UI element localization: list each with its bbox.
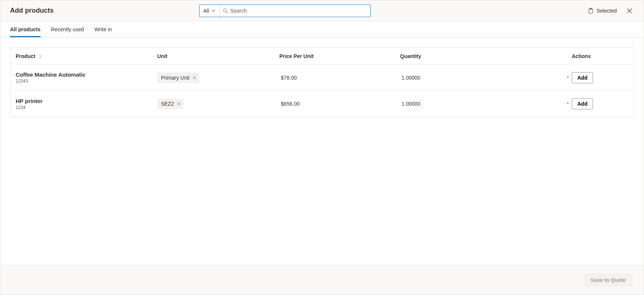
product-grid: Product ↑ Unit Price Per Unit Quantity A… [10,47,634,117]
unit-cell: Primary Unit [157,73,279,83]
unit-label: SEZ2 [161,101,174,107]
search-input[interactable] [230,5,367,17]
close-button[interactable] [625,6,634,15]
product-name: HP printer [16,98,157,104]
selected-button[interactable]: Selected [588,8,617,14]
search-icon [223,8,228,13]
svg-point-0 [223,9,227,12]
quantity-value: 1.00000 [400,101,421,107]
quantity-cell[interactable]: 1.00000 * [400,101,572,107]
dialog-footer: Save to Quote [0,265,644,295]
tab-label: Write in [94,26,112,32]
price-value: $656.00 [279,101,300,107]
column-header-product[interactable]: Product ↑ [16,53,157,59]
unit-label: Primary Unit [161,75,190,81]
clipboard-icon [588,8,594,14]
column-label: Price Per Unit [279,53,314,59]
required-indicator: * [567,75,569,80]
save-to-quote-button[interactable]: Save to Quote [584,273,632,287]
column-label: Product [16,53,35,59]
product-row: Coffee Machine Automatic 12343 Primary U… [10,65,634,91]
tab-all-products[interactable]: All products [10,21,41,37]
tab-bar: All products Recently used Write in [0,21,644,38]
selected-label: Selected [597,8,617,14]
add-button[interactable]: Add [572,72,593,83]
column-header-quantity[interactable]: Quantity [400,53,572,59]
unit-chip[interactable]: Primary Unit [157,73,199,83]
column-label: Quantity [400,53,421,59]
chevron-down-icon [211,9,216,13]
actions-cell: Add [572,72,628,83]
column-label: Actions [572,53,591,59]
search-filter-dropdown[interactable]: All [200,5,220,17]
actions-cell: Add [572,98,628,109]
search-box [220,5,370,17]
grid-header-row: Product ↑ Unit Price Per Unit Quantity A… [10,48,634,65]
tab-label: All products [10,26,41,32]
required-indicator: * [567,101,569,107]
column-header-actions: Actions [572,53,628,59]
sort-asc-icon: ↑ [39,54,41,59]
product-name: Coffee Machine Automatic [16,71,157,78]
product-cell[interactable]: Coffee Machine Automatic 12343 [16,71,157,84]
price-value: $78.00 [279,75,297,81]
quantity-value: 1.00000 [400,75,421,81]
product-cell[interactable]: HP printer 1234 [16,98,157,110]
add-button[interactable]: Add [572,98,593,109]
chip-remove-icon[interactable] [177,102,181,106]
price-cell: $78.00 [279,75,400,81]
column-label: Unit [157,53,167,59]
product-table-container: Product ↑ Unit Price Per Unit Quantity A… [0,38,644,265]
search-filter-label: All [203,8,209,14]
product-code: 12343 [16,78,157,84]
unit-chip[interactable]: SEZ2 [157,99,184,109]
tab-recently-used[interactable]: Recently used [51,21,84,37]
column-header-price[interactable]: Price Per Unit [279,53,400,59]
quantity-cell[interactable]: 1.00000 * [400,75,572,81]
search-group: All [199,4,371,17]
svg-line-1 [226,12,228,13]
price-cell: $656.00 [279,101,400,107]
unit-cell: SEZ2 [157,99,279,109]
product-code: 1234 [16,105,157,110]
product-row: HP printer 1234 SEZ2 $656.00 1.00000 [10,91,634,117]
tab-write-in[interactable]: Write in [94,21,112,37]
tab-label: Recently used [51,26,84,32]
chip-remove-icon[interactable] [193,76,196,80]
column-header-unit[interactable]: Unit [157,53,279,59]
page-title: Add products [10,7,54,15]
close-icon [626,8,632,14]
dialog-header: Add products All Selected [0,0,644,21]
